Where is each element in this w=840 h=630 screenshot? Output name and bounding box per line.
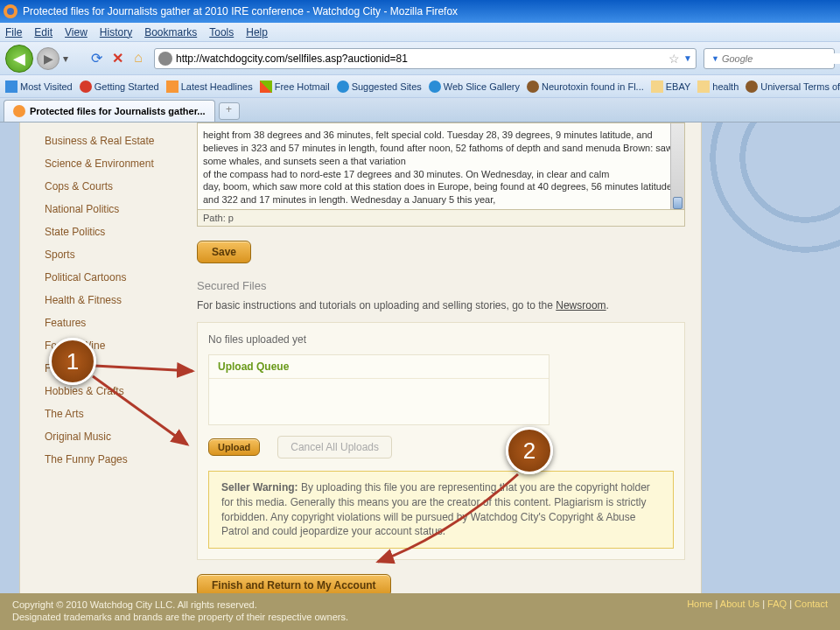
ie-icon: [429, 80, 441, 93]
menu-view[interactable]: View: [65, 26, 88, 38]
scrollbar-thumb[interactable]: [673, 197, 682, 209]
footer-link-home[interactable]: Home: [687, 598, 712, 609]
window-title: Protected files for Journalists gather a…: [23, 5, 458, 18]
secured-files-instructions: For basic instructions and tutorials on …: [197, 299, 685, 312]
upload-queue-box: Upload Queue: [208, 354, 550, 425]
stop-button[interactable]: ✕: [108, 50, 126, 67]
save-button[interactable]: Save: [197, 241, 251, 263]
editor-path: Path: p: [197, 210, 685, 227]
files-box: No files uploaded yet Upload Queue Uploa…: [197, 322, 685, 560]
menu-bookmarks[interactable]: Bookmarks: [144, 26, 197, 38]
newsroom-link[interactable]: Newsroom: [556, 299, 606, 312]
bm-health[interactable]: health: [697, 80, 738, 93]
bm-web-slice[interactable]: Web Slice Gallery: [429, 80, 520, 93]
forward-button[interactable]: ▶: [37, 47, 60, 70]
footer-link-about[interactable]: About Us: [720, 598, 760, 609]
upload-queue-title: Upload Queue: [209, 355, 549, 379]
editor-content: height from 38 degrees and 36 minutes, f…: [203, 130, 677, 205]
sidebar-item[interactable]: Cops & Courts: [45, 175, 169, 198]
folder-icon: [5, 80, 18, 93]
firefox-icon: [4, 4, 18, 18]
url-bar[interactable]: ☆ ▼: [154, 48, 696, 69]
window-titlebar: Protected files for Journalists gather a…: [0, 0, 840, 23]
sidebar-item[interactable]: Features: [45, 312, 169, 334]
bm-latest-headlines[interactable]: Latest Headlines: [166, 80, 253, 93]
bm-universal-terms[interactable]: Universal Terms of: [746, 80, 840, 93]
menu-history[interactable]: History: [100, 26, 132, 38]
menu-file[interactable]: File: [5, 26, 22, 38]
no-files-text: No files uploaded yet: [208, 333, 674, 346]
annotation-callout-2: 2: [506, 427, 553, 474]
footer-trademark: Designated trademarks and brands are the…: [12, 611, 348, 623]
sidebar-item[interactable]: Political Cartoons: [45, 266, 169, 289]
footer-copyright: Copyright © 2010 Watchdog City LLC. All …: [12, 598, 348, 611]
upload-button[interactable]: Upload: [208, 438, 260, 456]
rss-icon: [166, 80, 178, 93]
page-footer: Copyright © 2010 Watchdog City LLC. All …: [0, 593, 840, 630]
sidebar-item[interactable]: The Arts: [45, 402, 169, 425]
bookmark-star-icon[interactable]: ☆: [668, 52, 680, 66]
url-dropdown-icon[interactable]: ▼: [683, 53, 692, 63]
editor-scrollbar[interactable]: [670, 123, 684, 209]
bm-neurotoxin[interactable]: Neurotoxin found in Fl...: [527, 80, 644, 93]
tab-active[interactable]: Protected files for Journalists gather..…: [4, 100, 215, 122]
rich-text-editor[interactable]: height from 38 degrees and 36 minutes, f…: [197, 122, 685, 210]
search-input[interactable]: [722, 53, 840, 64]
bm-getting-started[interactable]: Getting Started: [80, 80, 159, 93]
folder-icon: [651, 80, 663, 93]
nav-toolbar: ◀ ▶ ▾ ⟳ ✕ ⌂ ☆ ▼ ▼ 🔍: [0, 42, 840, 75]
sidebar-item[interactable]: Sports: [45, 243, 169, 266]
folder-icon: [697, 80, 710, 93]
bm-ebay[interactable]: EBAY: [651, 80, 691, 93]
bm-free-hotmail[interactable]: Free Hotmail: [260, 80, 330, 93]
search-engine-dropdown-icon[interactable]: ▼: [711, 54, 719, 63]
content-column: Business & Real Estate Science & Environ…: [19, 122, 702, 595]
menu-tools[interactable]: Tools: [209, 26, 234, 38]
sidebar-item[interactable]: Science & Environment: [45, 152, 169, 175]
page-viewport: Business & Real Estate Science & Environ…: [0, 122, 840, 630]
back-button[interactable]: ◀: [5, 45, 33, 73]
home-button[interactable]: ⌂: [130, 50, 147, 67]
footer-link-faq[interactable]: FAQ: [767, 598, 787, 609]
sidebar-categories: Business & Real Estate Science & Environ…: [20, 122, 169, 478]
site-favicon-icon: [158, 52, 172, 66]
sidebar-item[interactable]: National Politics: [45, 198, 169, 220]
bookmarks-toolbar: Most Visited Getting Started Latest Head…: [0, 75, 840, 98]
bookmark-icon: [527, 80, 539, 93]
tab-bar: Protected files for Journalists gather..…: [0, 98, 840, 122]
url-input[interactable]: [176, 52, 668, 65]
main-panel: height from 38 degrees and 36 minutes, f…: [190, 122, 692, 604]
ms-icon: [260, 80, 272, 93]
menu-edit[interactable]: Edit: [34, 26, 52, 38]
sidebar-item[interactable]: The Funny Pages: [45, 448, 169, 471]
menu-help[interactable]: Help: [246, 26, 268, 38]
seller-warning-box: Seller Warning: By uploading this file y…: [208, 471, 674, 549]
bm-suggested-sites[interactable]: Suggested Sites: [337, 80, 422, 93]
footer-link-contact[interactable]: Contact: [794, 598, 828, 609]
reload-button[interactable]: ⟳: [88, 50, 105, 67]
tab-favicon-icon: [13, 105, 25, 117]
bookmark-icon: [80, 80, 92, 93]
search-bar[interactable]: ▼ 🔍: [704, 48, 835, 69]
annotation-callout-1: 1: [49, 338, 96, 385]
new-tab-button[interactable]: +: [219, 102, 240, 120]
upload-queue-body: [209, 379, 549, 424]
sidebar-item[interactable]: Health & Fitness: [45, 289, 169, 312]
menubar: File Edit View History Bookmarks Tools H…: [0, 23, 840, 42]
bookmark-icon: [746, 80, 758, 93]
bm-most-visited[interactable]: Most Visited: [5, 80, 73, 93]
ie-icon: [337, 80, 349, 93]
history-dropdown-icon[interactable]: ▾: [63, 52, 75, 65]
sidebar-item[interactable]: Original Music: [45, 425, 169, 448]
tab-title: Protected files for Journalists gather..…: [30, 106, 206, 116]
cancel-all-uploads-button[interactable]: Cancel All Uploads: [277, 436, 392, 458]
sidebar-item[interactable]: Business & Real Estate: [45, 130, 169, 152]
sidebar-item[interactable]: State Politics: [45, 220, 169, 243]
secured-files-heading: Secured Files: [197, 279, 685, 292]
warning-label: Seller Warning:: [221, 481, 298, 494]
